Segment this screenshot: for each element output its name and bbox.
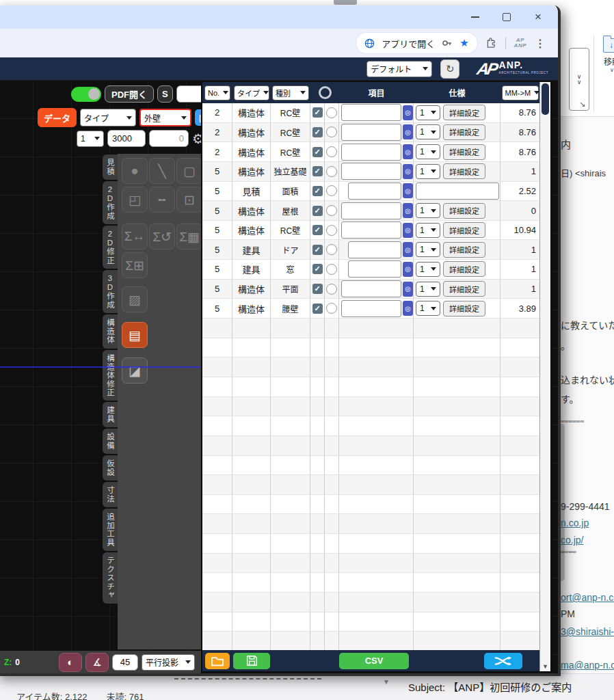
open-in-app-button[interactable]: アプリで開く (382, 37, 435, 50)
draw-polygon-icon[interactable]: ◰ (122, 187, 148, 213)
row-radio[interactable] (326, 205, 337, 216)
item-name-input[interactable] (341, 300, 401, 317)
row-checkbox[interactable]: ✓ (312, 264, 323, 274)
target-pick-button[interactable]: ◎ (403, 124, 413, 139)
dialog-launcher-icon[interactable]: ↘ (579, 100, 585, 109)
spec-count-select[interactable]: 1 (416, 223, 440, 238)
data-sheet-icon[interactable]: ▤ (122, 322, 148, 348)
open-pdf-button[interactable]: PDF開く (105, 85, 154, 103)
tool-tab-0[interactable]: 見積 (103, 154, 118, 180)
target-pick-button[interactable]: ◎ (403, 301, 413, 316)
detail-settings-button[interactable]: 詳細設定 (443, 124, 485, 140)
circle-icon[interactable] (319, 86, 332, 99)
anp-extension-icon[interactable]: APANP (514, 38, 526, 49)
angle-compass-button[interactable]: ∡ (85, 653, 109, 672)
detail-settings-button[interactable]: 詳細設定 (443, 261, 485, 277)
minimize-button[interactable] (470, 12, 480, 22)
detail-settings-button[interactable]: 詳細設定 (443, 222, 485, 238)
row-radio[interactable] (326, 166, 337, 177)
spec-count-select[interactable]: 1 (416, 124, 440, 139)
scrollbar-thumb[interactable] (542, 83, 549, 115)
row-checkbox[interactable]: ✓ (312, 304, 323, 314)
tool-tab-8[interactable]: 仮設 (103, 455, 118, 481)
tool-tab-7[interactable]: 設備 (103, 429, 118, 454)
draw-dashed-rect-icon[interactable]: ⊡ (176, 187, 202, 213)
open-file-button[interactable] (205, 653, 230, 669)
scrollbar-down-icon[interactable]: ▼ (540, 663, 550, 670)
detail-settings-button[interactable]: 詳細設定 (443, 163, 485, 179)
tool-tab-2[interactable]: 2D修正 (103, 226, 118, 269)
detail-settings-button[interactable]: 詳細設定 (443, 144, 485, 160)
target-pick-button[interactable]: ◎ (403, 262, 413, 277)
row-checkbox[interactable]: ✓ (312, 225, 323, 235)
spec-count-select[interactable]: 1 (416, 282, 440, 297)
kind-filter-select[interactable]: 種別 (272, 85, 309, 100)
row-checkbox[interactable]: ✓ (312, 245, 323, 255)
mail-link-fragment[interactable]: co.jp/ (561, 535, 583, 546)
detail-settings-button[interactable]: 詳細設定 (443, 203, 485, 219)
table-row[interactable]: 2構造体RC壁✓◎1詳細設定8.76 (202, 142, 540, 162)
sync-button[interactable]: ↻ (440, 59, 459, 79)
browser-menu-icon[interactable]: ⋮ (535, 37, 546, 50)
measure-rotate-icon[interactable]: Σ↺ (149, 224, 175, 250)
row-radio[interactable] (326, 126, 337, 137)
csv-export-button[interactable]: CSV (339, 653, 409, 669)
item-name-input[interactable] (348, 241, 401, 258)
window-titlebar[interactable]: × (0, 5, 558, 29)
preset-select[interactable]: デフォルト (366, 61, 432, 77)
target-pick-button[interactable]: ◎ (403, 183, 413, 198)
spec-count-select[interactable]: 1 (416, 164, 440, 179)
table-row[interactable]: 5見積面積✓◎2.52 (202, 182, 540, 202)
table-row[interactable]: 5建具窓✓◎1詳細設定1 (202, 260, 540, 280)
table-row[interactable]: 2構造体RC壁✓◎1詳細設定8.76 (202, 123, 540, 143)
item-name-input[interactable] (341, 104, 401, 121)
spec-count-select[interactable]: 1 (416, 105, 440, 120)
extensions-icon[interactable] (485, 38, 497, 49)
eraser-icon[interactable]: ◪ (122, 358, 148, 383)
target-pick-button[interactable]: ◎ (403, 105, 413, 120)
draw-dashed-polyline-icon[interactable]: ╍ (149, 187, 175, 213)
table-row[interactable]: 5構造体腰壁✓◎1詳細設定3.89 (202, 299, 540, 319)
layer-select[interactable]: 1 (77, 131, 104, 147)
spec-count-select[interactable]: 1 (416, 301, 440, 316)
target-pick-button[interactable]: ◎ (403, 223, 413, 238)
s-button[interactable]: S (157, 85, 173, 103)
tool-tab-9[interactable]: 寸法 (103, 482, 118, 507)
table-scrollbar[interactable]: ▼ (539, 82, 550, 671)
detail-settings-button[interactable]: 詳細設定 (443, 105, 485, 120)
row-radio[interactable] (326, 107, 337, 118)
draw-polyline-icon[interactable]: ╲ (149, 158, 175, 184)
tool-tab-4[interactable]: 構造体 (103, 314, 118, 349)
row-radio[interactable] (326, 284, 337, 295)
item-name-input[interactable] (341, 163, 401, 180)
type-filter-select[interactable]: タイプ (234, 85, 269, 100)
row-checkbox[interactable]: ✓ (312, 206, 323, 216)
measure-area-icon[interactable]: Σ▦ (176, 224, 202, 250)
draw-point-icon[interactable]: ● (122, 158, 148, 184)
type-select[interactable]: タイプ (80, 109, 136, 126)
spec-count-select[interactable]: 1 (416, 262, 440, 277)
target-pick-button[interactable]: ◎ (403, 203, 413, 218)
measure-volume-icon[interactable]: Σ⊞ (122, 252, 148, 278)
mail-link-fragment[interactable]: 3@shiraishi- (561, 626, 614, 637)
draw-rect-icon[interactable]: ▢ (176, 158, 202, 184)
table-row[interactable]: 5構造体RC壁✓◎1詳細設定10.94 (202, 221, 540, 241)
item-name-input[interactable] (341, 221, 401, 239)
tool-tab-5[interactable]: 構造体修正 (103, 350, 118, 401)
measure-length-icon[interactable]: Σ↔ (122, 224, 148, 250)
pdf-toggle[interactable] (71, 87, 101, 102)
data-button[interactable]: データ (38, 108, 77, 127)
row-checkbox[interactable]: ✓ (312, 166, 323, 176)
tool-tab-11[interactable]: テクスチャ (103, 552, 118, 604)
key-icon[interactable] (442, 38, 453, 49)
tool-tab-6[interactable]: 建具 (103, 402, 118, 427)
item-name-input[interactable] (341, 124, 401, 141)
target-pick-button[interactable]: ◎ (403, 164, 413, 179)
detail-settings-button[interactable]: 詳細設定 (443, 242, 485, 258)
no-filter-select[interactable]: No. (204, 85, 230, 100)
row-checkbox[interactable]: ✓ (312, 284, 323, 294)
item-name-input[interactable] (348, 260, 401, 278)
table-row[interactable]: 2構造体RC壁✓◎1詳細設定8.76 (202, 103, 540, 123)
ribbon-move-group[interactable]: ↓ 移動 ∨ (598, 38, 614, 73)
row-checkbox[interactable]: ✓ (312, 107, 323, 118)
